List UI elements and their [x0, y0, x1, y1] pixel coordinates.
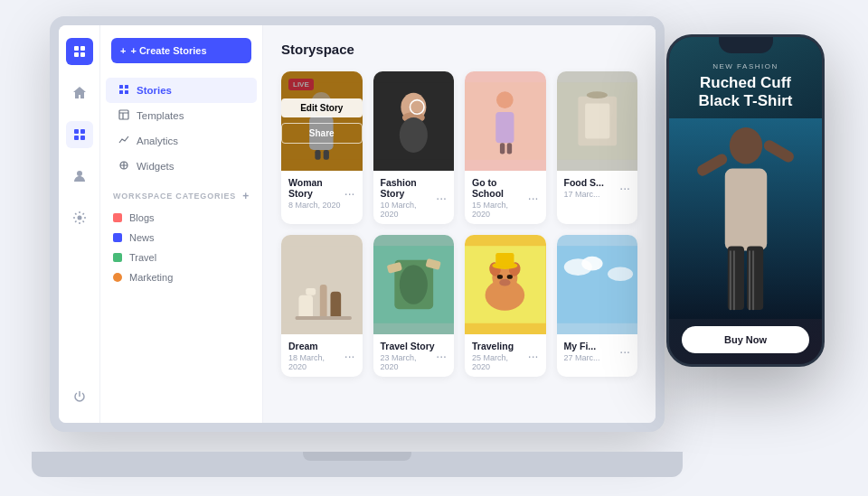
- story-name-dream: Dream: [288, 341, 344, 351]
- create-plus-icon: +: [120, 45, 126, 56]
- svg-rect-35: [507, 143, 512, 154]
- home-icon-btn[interactable]: [66, 80, 93, 107]
- scene: + + Create Stories Stories Templates: [0, 0, 868, 496]
- svg-rect-6: [74, 136, 79, 140]
- story-more-traveling[interactable]: ···: [528, 349, 539, 363]
- story-thumb-myfin: [557, 235, 638, 334]
- svg-point-32: [496, 91, 514, 108]
- marketing-dot: [113, 273, 122, 282]
- story-card-fashion[interactable]: Fashion Story 10 March, 2020 ···: [373, 71, 455, 224]
- edit-story-button[interactable]: Edit Story: [281, 98, 363, 117]
- svg-rect-73: [733, 250, 735, 310]
- story-card-woman[interactable]: LIVE Edit Story Share Woman Story 8 Marc…: [281, 71, 363, 224]
- svg-rect-2: [74, 52, 79, 57]
- story-more-myfin[interactable]: ···: [619, 344, 630, 359]
- story-thumb-fashion: [373, 71, 455, 171]
- story-card-food[interactable]: Food S... 17 Marc... ···: [557, 71, 638, 224]
- sidebar-item-stories[interactable]: Stories: [106, 78, 257, 103]
- story-thumb-dream: [281, 235, 363, 334]
- svg-rect-11: [125, 85, 128, 89]
- story-date-dream: 18 March, 2020: [288, 353, 344, 371]
- share-button[interactable]: Share: [281, 123, 363, 144]
- svg-rect-1: [80, 46, 85, 51]
- users-icon-btn[interactable]: [66, 163, 93, 190]
- phone-mockup: NEW FASHION Ruched Cuff Black T-Shirt: [666, 34, 825, 367]
- settings-icon-btn[interactable]: [66, 204, 93, 231]
- story-date-school: 15 March, 2020: [472, 201, 528, 219]
- stories-icon-btn[interactable]: [66, 121, 93, 148]
- workspace-travel[interactable]: Travel: [100, 248, 262, 267]
- svg-rect-5: [80, 129, 85, 134]
- workspace-blogs[interactable]: Blogs: [100, 208, 262, 228]
- svg-rect-42: [306, 288, 316, 295]
- svg-rect-67: [725, 168, 767, 250]
- main-content: Storyspace: [263, 25, 656, 423]
- sidebar-item-templates[interactable]: Templates: [106, 103, 257, 128]
- svg-rect-43: [320, 285, 327, 320]
- story-date-woman: 8 March, 2020: [288, 201, 344, 210]
- story-info-myfin: My Fi... 27 Marc... ···: [557, 334, 638, 368]
- story-more-fashion[interactable]: ···: [436, 191, 447, 205]
- svg-rect-74: [749, 250, 750, 310]
- power-icon-btn[interactable]: [66, 383, 93, 410]
- story-card-traveling[interactable]: Traveling 25 March, 2020 ···: [465, 235, 546, 377]
- svg-point-8: [77, 171, 82, 176]
- travel-label: Travel: [129, 252, 156, 263]
- news-label: News: [129, 232, 155, 243]
- templates-nav-icon: [118, 109, 129, 122]
- story-info-school: Go to School 15 March, 2020 ···: [465, 171, 546, 224]
- workspace-news[interactable]: News: [100, 228, 262, 248]
- story-name-woman: Woman Story: [288, 177, 344, 199]
- phone-title: Ruched Cuff Black T-Shirt: [682, 74, 809, 111]
- svg-point-63: [581, 257, 602, 271]
- story-date-travel: 23 March, 2020: [381, 353, 437, 371]
- story-date-myfin: 27 Marc...: [564, 353, 600, 362]
- svg-point-9: [77, 216, 81, 220]
- story-more-travel[interactable]: ···: [436, 349, 447, 363]
- story-name-school: Go to School: [472, 177, 528, 199]
- laptop: + + Create Stories Stories Templates: [50, 16, 665, 477]
- story-thumb-traveling: [465, 235, 546, 334]
- story-name-myfin: My Fi...: [564, 341, 600, 351]
- svg-rect-44: [330, 292, 341, 320]
- blogs-label: Blogs: [129, 212, 155, 223]
- svg-point-56: [497, 275, 503, 279]
- story-thumb-food: [557, 71, 638, 171]
- workspace-marketing[interactable]: Marketing: [100, 267, 262, 287]
- stories-nav-label: Stories: [137, 85, 172, 96]
- news-dot: [113, 233, 122, 242]
- phone-notch: [719, 37, 773, 53]
- sidebar-item-widgets[interactable]: Widgets: [106, 154, 257, 179]
- svg-rect-60: [495, 253, 514, 267]
- create-stories-button[interactable]: + + Create Stories: [111, 38, 251, 63]
- story-more-woman[interactable]: ···: [344, 186, 355, 201]
- story-info-food: Food S... 17 Marc... ···: [557, 171, 638, 204]
- story-thumb-school: [465, 71, 546, 171]
- add-workspace-icon[interactable]: +: [242, 190, 250, 202]
- phone-subtitle: NEW FASHION: [682, 62, 809, 70]
- buy-now-button[interactable]: Buy Now: [682, 326, 809, 353]
- story-more-dream[interactable]: ···: [344, 349, 355, 363]
- story-more-food[interactable]: ···: [619, 181, 630, 195]
- story-more-school[interactable]: ···: [528, 191, 539, 205]
- story-name-fashion: Fashion Story: [381, 177, 437, 199]
- story-date-traveling: 25 March, 2020: [472, 353, 528, 371]
- story-info-fashion: Fashion Story 10 March, 2020 ···: [373, 171, 455, 224]
- svg-rect-12: [119, 90, 123, 94]
- marketing-label: Marketing: [129, 272, 173, 283]
- brand-icon: [66, 38, 93, 65]
- svg-rect-41: [298, 295, 313, 320]
- story-card-dream[interactable]: Dream 18 March, 2020 ···: [281, 235, 363, 377]
- story-info-woman: Woman Story 8 March, 2020 ···: [281, 171, 363, 215]
- sidebar-item-analytics[interactable]: Analytics: [106, 128, 257, 154]
- svg-rect-10: [119, 85, 123, 89]
- svg-rect-38: [585, 104, 609, 139]
- story-thumb-travel: [373, 235, 455, 334]
- story-card-school[interactable]: Go to School 15 March, 2020 ···: [465, 71, 546, 224]
- svg-point-57: [507, 275, 513, 279]
- story-card-travel[interactable]: Travel Story 23 March, 2020 ···: [373, 235, 455, 377]
- laptop-screen-inner: + + Create Stories Stories Templates: [59, 25, 656, 423]
- story-thumb-woman: LIVE Edit Story Share: [281, 71, 363, 171]
- stories-grid: LIVE Edit Story Share Woman Story 8 Marc…: [281, 71, 637, 377]
- story-card-myfin[interactable]: My Fi... 27 Marc... ···: [557, 235, 638, 377]
